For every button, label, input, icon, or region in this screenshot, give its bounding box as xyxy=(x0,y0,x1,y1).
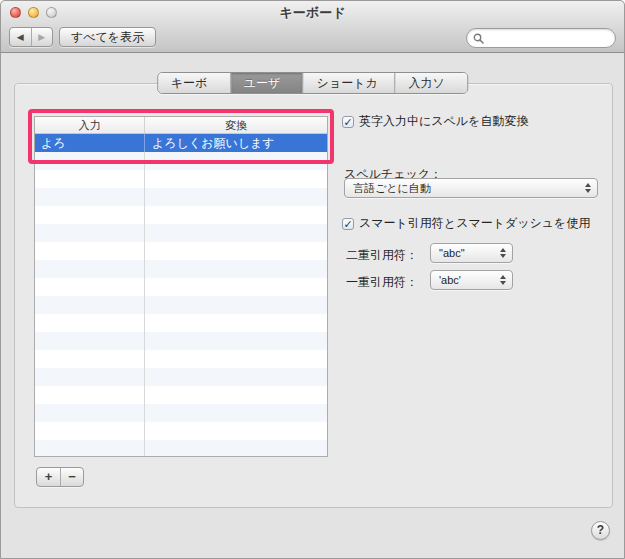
single-quote-popup[interactable]: 'abc' xyxy=(430,270,513,290)
cell-input[interactable] xyxy=(35,350,145,368)
table-row[interactable] xyxy=(35,278,327,296)
smart-quotes-row: ✓ スマート引用符とスマートダッシュを使用 xyxy=(342,215,590,232)
table-row[interactable] xyxy=(35,260,327,278)
cell-input[interactable] xyxy=(35,404,145,422)
spell-check-popup[interactable]: 言語ごとに自動 xyxy=(344,178,598,198)
table-row[interactable] xyxy=(35,368,327,386)
cell-conversion[interactable]: よろしくお願いします xyxy=(145,134,327,152)
spell-check-value: 言語ごとに自動 xyxy=(353,182,431,194)
tab-user-dictionary[interactable]: ユーザ辞書 xyxy=(230,73,303,93)
table-row[interactable] xyxy=(35,224,327,242)
tab-shortcuts[interactable]: ショートカット xyxy=(303,73,395,93)
cell-conversion[interactable] xyxy=(145,440,327,457)
cell-conversion[interactable] xyxy=(145,188,327,206)
smart-quotes-checkbox[interactable]: ✓ xyxy=(342,218,354,230)
cell-conversion[interactable] xyxy=(145,386,327,404)
search-icon xyxy=(473,33,484,44)
cell-conversion[interactable] xyxy=(145,278,327,296)
dictionary-table-body: よろよろしくお願いします xyxy=(35,134,327,457)
table-row[interactable] xyxy=(35,332,327,350)
table-row[interactable] xyxy=(35,422,327,440)
single-quote-value: 'abc' xyxy=(439,274,461,286)
cell-conversion[interactable] xyxy=(145,170,327,188)
cell-input[interactable] xyxy=(35,152,145,170)
double-quote-label: 二重引用符： xyxy=(346,247,418,264)
popup-stepper-icon xyxy=(585,183,591,193)
cell-input[interactable] xyxy=(35,332,145,350)
add-entry-button[interactable]: + xyxy=(37,468,60,486)
help-button[interactable]: ? xyxy=(591,521,610,540)
auto-spell-convert-label: 英字入力中にスペルを自動変換 xyxy=(359,113,528,130)
cell-input[interactable] xyxy=(35,188,145,206)
double-quote-popup[interactable]: "abc" xyxy=(430,243,513,263)
window-title: キーボード xyxy=(1,4,624,22)
table-row[interactable]: よろよろしくお願いします xyxy=(35,134,327,152)
search-input[interactable] xyxy=(487,32,605,44)
cell-input[interactable]: よろ xyxy=(35,134,145,152)
table-row[interactable] xyxy=(35,314,327,332)
search-field[interactable] xyxy=(466,28,616,48)
cell-input[interactable] xyxy=(35,260,145,278)
column-header-conversion[interactable]: 変換 xyxy=(145,117,327,133)
table-row[interactable] xyxy=(35,296,327,314)
cell-conversion[interactable] xyxy=(145,206,327,224)
cell-input[interactable] xyxy=(35,314,145,332)
table-row[interactable] xyxy=(35,386,327,404)
table-row[interactable] xyxy=(35,350,327,368)
cell-conversion[interactable] xyxy=(145,314,327,332)
tab-keyboard[interactable]: キーボード xyxy=(158,73,230,93)
forward-icon[interactable]: ▶ xyxy=(31,28,53,46)
table-row[interactable] xyxy=(35,404,327,422)
cell-conversion[interactable] xyxy=(145,224,327,242)
single-quote-label: 一重引用符： xyxy=(346,274,418,291)
popup-stepper-icon xyxy=(500,275,506,285)
cell-input[interactable] xyxy=(35,296,145,314)
checkmark-icon: ✓ xyxy=(343,218,352,230)
popup-stepper-icon xyxy=(500,248,506,258)
toolbar: ◀ ▶ すべてを表示 xyxy=(1,23,624,53)
cell-conversion[interactable] xyxy=(145,422,327,440)
titlebar[interactable]: キーボード xyxy=(1,1,624,23)
cell-conversion[interactable] xyxy=(145,152,327,170)
table-row[interactable] xyxy=(35,206,327,224)
cell-conversion[interactable] xyxy=(145,242,327,260)
cell-input[interactable] xyxy=(35,368,145,386)
table-row[interactable] xyxy=(35,188,327,206)
cell-input[interactable] xyxy=(35,170,145,188)
cell-input[interactable] xyxy=(35,386,145,404)
auto-spell-convert-checkbox[interactable]: ✓ xyxy=(342,116,354,128)
checkmark-icon: ✓ xyxy=(343,116,352,128)
cell-input[interactable] xyxy=(35,440,145,457)
table-row[interactable] xyxy=(35,440,327,457)
cell-conversion[interactable] xyxy=(145,332,327,350)
smart-quotes-label: スマート引用符とスマートダッシュを使用 xyxy=(359,215,590,232)
column-header-input[interactable]: 入力 xyxy=(35,117,145,133)
show-all-button[interactable]: すべてを表示 xyxy=(59,27,156,47)
table-row[interactable] xyxy=(35,152,327,170)
cell-input[interactable] xyxy=(35,206,145,224)
back-icon[interactable]: ◀ xyxy=(10,28,31,46)
cell-conversion[interactable] xyxy=(145,260,327,278)
user-dictionary-table[interactable]: 入力 変換 よろよろしくお願いします xyxy=(34,116,328,457)
tab-input-sources[interactable]: 入力ソース xyxy=(394,73,467,93)
remove-entry-button[interactable]: − xyxy=(60,468,83,486)
nav-segmented-control: ◀ ▶ xyxy=(9,27,53,47)
tab-bar: キーボード ユーザ辞書 ショートカット 入力ソース xyxy=(157,72,469,94)
cell-input[interactable] xyxy=(35,278,145,296)
cell-conversion[interactable] xyxy=(145,404,327,422)
cell-input[interactable] xyxy=(35,422,145,440)
cell-conversion[interactable] xyxy=(145,296,327,314)
cell-conversion[interactable] xyxy=(145,350,327,368)
add-remove-control: + − xyxy=(36,467,84,487)
table-header: 入力 変換 xyxy=(35,117,327,134)
cell-input[interactable] xyxy=(35,242,145,260)
keyboard-preferences-window: キーボード ◀ ▶ すべてを表示 キーボード ユーザ辞書 ショートカット 入力ソ… xyxy=(0,0,625,559)
cell-input[interactable] xyxy=(35,224,145,242)
auto-spell-convert-row: ✓ 英字入力中にスペルを自動変換 xyxy=(342,113,528,130)
table-row[interactable] xyxy=(35,170,327,188)
table-row[interactable] xyxy=(35,242,327,260)
cell-conversion[interactable] xyxy=(145,368,327,386)
double-quote-value: "abc" xyxy=(439,247,465,259)
